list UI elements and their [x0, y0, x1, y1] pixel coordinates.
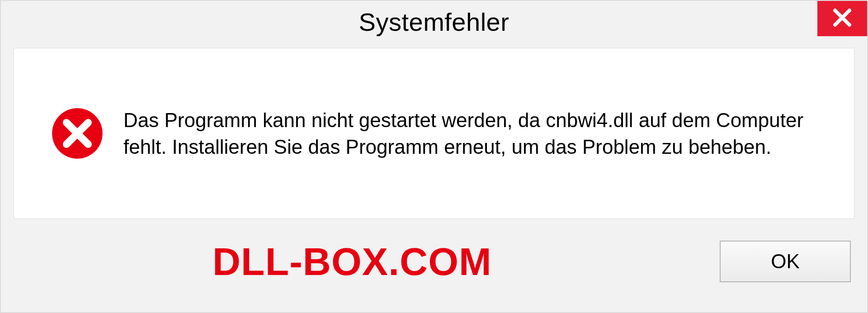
error-icon	[50, 106, 104, 161]
ok-button[interactable]: OK	[720, 241, 851, 282]
ok-button-label: OK	[771, 250, 800, 273]
close-icon	[832, 8, 852, 29]
close-button[interactable]	[817, 1, 867, 36]
error-dialog: Systemfehler Das Programm kann nicht ges…	[0, 0, 868, 313]
titlebar: Systemfehler	[1, 1, 867, 43]
dialog-footer: DLL-BOX.COM OK	[14, 228, 854, 295]
watermark-text: DLL-BOX.COM	[212, 239, 492, 284]
dialog-title: Systemfehler	[359, 7, 509, 37]
content-panel: Das Programm kann nicht gestartet werden…	[14, 48, 854, 219]
error-message: Das Programm kann nicht gestartet werden…	[123, 107, 811, 161]
